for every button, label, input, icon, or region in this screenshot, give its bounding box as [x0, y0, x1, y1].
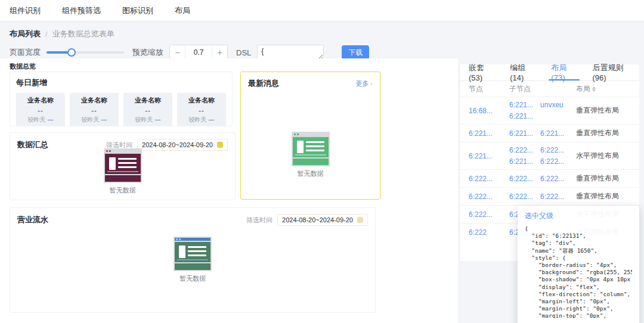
- nav-item-布局[interactable]: 布局: [175, 5, 190, 16]
- node-link[interactable]: 6:222...: [469, 210, 493, 219]
- child-node-link[interactable]: 6:222...: [540, 157, 564, 166]
- children-line: 6:221...unvxeu: [509, 101, 576, 109]
- breadcrumb-current: 业务数据总览表单: [52, 29, 114, 39]
- more-link[interactable]: 更多 ›: [355, 79, 373, 88]
- children-cell: 6:221...unvxeu6:221...: [509, 101, 576, 120]
- child-node-link[interactable]: 6:222...: [540, 192, 564, 201]
- child-node-link[interactable]: 6:221...: [509, 157, 533, 166]
- column-layout[interactable]: 布局: [576, 84, 631, 94]
- flow-card-title: 营业流水: [17, 215, 48, 225]
- date-range-value: 2024-08-20~2024-09-20: [282, 216, 353, 223]
- summary-card-title: 数据汇总: [17, 139, 48, 150]
- section-label: 数据总览: [10, 62, 36, 71]
- zoom-label: 预览缩放: [132, 47, 163, 58]
- node-link[interactable]: 16:68...: [469, 107, 493, 115]
- zoom-plus-button[interactable]: +: [212, 45, 227, 60]
- stat-card: 业务名称--较昨天 ---: [177, 93, 226, 126]
- nav-items: 组件识别组件预筛选图标识别布局: [10, 5, 190, 16]
- latest-news-card: 最新消息 更多 › 暂无数据: [240, 72, 380, 200]
- stat-name: 业务名称: [27, 96, 54, 105]
- child-node-link[interactable]: unvxeu: [540, 101, 564, 109]
- empty-text: 暂无数据: [298, 169, 324, 178]
- nav-item-组件预筛选[interactable]: 组件预筛选: [62, 5, 101, 16]
- layout-cell: 垂直弹性布局: [576, 173, 631, 184]
- node-link[interactable]: 6:221...: [469, 129, 493, 138]
- tab-后置规则[interactable]: 后置规则 (96): [593, 64, 631, 80]
- date-range-picker[interactable]: 2024-08-20~2024-09-20: [277, 214, 368, 226]
- tab-嵌套[interactable]: 嵌套 (53): [469, 64, 494, 80]
- node-cell: 6:222: [469, 228, 509, 237]
- child-node-link[interactable]: 6:221...: [509, 112, 533, 120]
- child-node-link[interactable]: 6:222...: [509, 192, 533, 201]
- empty-text: 暂无数据: [110, 186, 136, 195]
- children-cell: 6:222...6:222...: [509, 175, 576, 183]
- tab-编组[interactable]: 编组 (14): [510, 64, 535, 80]
- nav-item-图标识别[interactable]: 图标识别: [122, 5, 153, 16]
- node-cell: 6:221...: [469, 129, 509, 138]
- chevron-right-icon: ›: [370, 80, 373, 87]
- calendar-icon: [217, 142, 223, 148]
- filter-time-label: 筛选时间: [246, 216, 273, 225]
- slider-knob[interactable]: [67, 48, 76, 57]
- nav-item-组件识别[interactable]: 组件识别: [10, 5, 41, 16]
- child-node-link[interactable]: 6:221...: [509, 101, 533, 109]
- empty-text: 暂无数据: [179, 274, 206, 283]
- node-link[interactable]: 6:222: [469, 228, 487, 237]
- child-node-link[interactable]: 6:222...: [540, 175, 564, 183]
- calendar-icon: [357, 217, 363, 223]
- news-card-title: 最新消息: [248, 78, 279, 89]
- download-button[interactable]: 下载: [342, 45, 369, 60]
- inspector-tabs: 嵌套 (53)编组 (14)布局 (73)后置规则 (96): [460, 64, 639, 81]
- stat-card: 业务名称--较昨天 ---: [16, 93, 65, 126]
- stat-delta: 较昨天 ---: [135, 116, 161, 124]
- date-range-picker[interactable]: 2024-08-20~2024-09-20: [137, 139, 228, 151]
- stat-value: --: [91, 107, 97, 114]
- stat-name: 业务名称: [81, 96, 107, 105]
- children-line: 6:221...6:221...: [509, 129, 576, 138]
- stat-delta: 较昨天 ---: [82, 116, 107, 124]
- page-width-label: 页面宽度: [10, 47, 41, 58]
- stat-name: 业务名称: [188, 96, 215, 105]
- table-row: 6:221...6:222...6:222...6:221...6:222...…: [460, 142, 639, 169]
- children-line: 6:222...6:222...: [509, 146, 576, 154]
- page: 组件识别组件预筛选图标识别布局 布局列表 / 业务数据总览表单 页面宽度 预览缩…: [0, 0, 644, 323]
- children-line: 6:222...6:222...: [509, 192, 576, 201]
- stat-value: --: [38, 107, 43, 114]
- children-line: 6:221...: [509, 112, 576, 120]
- children-line: 6:221...6:222...: [509, 157, 576, 166]
- zoom-minus-button[interactable]: −: [170, 45, 185, 60]
- stat-delta: 较昨天 ---: [28, 116, 54, 124]
- layout-cell: 垂直弹性布局: [576, 105, 631, 116]
- breadcrumb: 布局列表 / 业务数据总览表单: [10, 29, 114, 39]
- page-width-slider[interactable]: [47, 51, 124, 54]
- empty-document-icon: [174, 237, 212, 271]
- flow-filter: 筛选时间 2024-08-20~2024-09-20: [246, 214, 368, 226]
- popup-title[interactable]: 选中父级: [525, 211, 632, 221]
- node-link[interactable]: 6:222...: [469, 192, 493, 201]
- stat-value: --: [145, 107, 150, 114]
- child-node-link[interactable]: 6:221...: [540, 129, 564, 138]
- child-node-link[interactable]: 6:221...: [509, 129, 533, 138]
- dsl-label: DSL: [236, 48, 251, 57]
- business-flow-card: 营业流水 筛选时间 2024-08-20~2024-09-20: [10, 207, 376, 313]
- stat-delta: 较昨天 ---: [189, 116, 215, 124]
- child-node-link[interactable]: 6:222...: [509, 146, 533, 154]
- breadcrumb-section[interactable]: 布局列表: [10, 29, 41, 39]
- table-row: 6:222...6:222...6:222...垂直弹性布局: [460, 187, 639, 205]
- data-summary-card: 数据汇总 筛选时间 2024-08-20~2024-09-20: [10, 132, 236, 200]
- breadcrumb-separator: /: [45, 30, 48, 39]
- table-row: 6:221...6:221...6:221...垂直弹性布局: [460, 124, 639, 142]
- node-link[interactable]: 6:221...: [469, 152, 493, 160]
- tab-布局[interactable]: 布局 (73): [551, 64, 577, 80]
- node-link[interactable]: 6:222...: [469, 175, 493, 183]
- zoom-value[interactable]: 0.7: [185, 48, 212, 57]
- table-row: 6:222...6:222...6:222...垂直弹性布局: [460, 169, 639, 187]
- sort-icon[interactable]: [592, 86, 596, 92]
- more-label: 更多: [355, 79, 369, 88]
- top-nav: 组件识别组件预筛选图标识别布局: [0, 0, 644, 21]
- summary-empty-state: 暂无数据: [104, 148, 142, 195]
- node-json-code: { "id": "6:22131", "tag": "div", "name":…: [525, 225, 632, 318]
- table-header: 节点 子节点 布局: [460, 81, 639, 97]
- child-node-link[interactable]: 6:222...: [540, 146, 564, 154]
- child-node-link[interactable]: 6:222...: [509, 175, 533, 183]
